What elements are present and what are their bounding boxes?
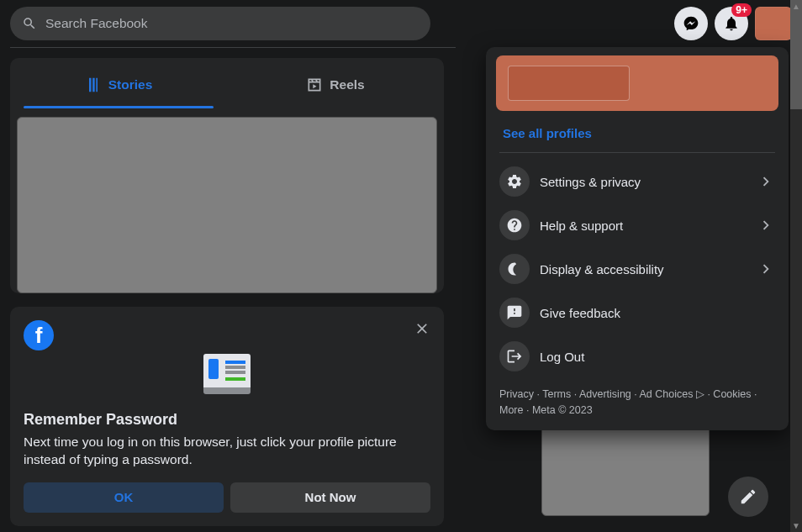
moon-icon (506, 261, 523, 277)
menu-label: Display & accessibility (540, 262, 757, 277)
account-dropdown: See all profiles Settings & privacy Help… (486, 47, 789, 430)
reels-icon (306, 76, 323, 93)
menu-label: Give feedback (540, 306, 775, 320)
tab-reels-label: Reels (330, 77, 364, 92)
see-all-profiles-link[interactable]: See all profiles (493, 118, 782, 152)
menu-help-support[interactable]: Help & support (493, 203, 782, 247)
stories-icon (85, 76, 102, 93)
scrollbar[interactable] (790, 0, 802, 532)
scroll-up-arrow[interactable]: ▲ (790, 2, 802, 11)
logout-icon (506, 348, 523, 365)
notification-badge: 9+ (731, 3, 752, 17)
menu-label: Help & support (540, 219, 757, 233)
tab-stories-label: Stories (108, 77, 153, 92)
close-button[interactable] (410, 317, 434, 340)
compose-icon (739, 487, 757, 506)
profile-name-placeholder (508, 66, 630, 101)
menu-give-feedback[interactable]: Give feedback (493, 291, 782, 334)
dropdown-divider (499, 152, 775, 153)
footer-link[interactable]: More (499, 404, 523, 416)
menu-label: Log Out (540, 350, 775, 364)
footer-link[interactable]: Privacy (499, 388, 534, 400)
menu-display-accessibility[interactable]: Display & accessibility (493, 247, 782, 291)
scroll-down-arrow[interactable]: ▼ (790, 521, 802, 530)
ok-button[interactable]: OK (24, 482, 224, 513)
close-icon (414, 320, 430, 337)
chevron-right-icon (757, 260, 775, 278)
account-avatar-button[interactable] (755, 7, 792, 40)
top-bar: 9+ (0, 0, 802, 47)
chevron-right-icon (757, 172, 775, 191)
not-now-button[interactable]: Not Now (230, 482, 430, 513)
search-field[interactable] (10, 7, 430, 40)
footer-link[interactable]: Cookies (713, 388, 751, 400)
compose-button[interactable] (728, 477, 768, 517)
bell-icon (723, 15, 740, 32)
messenger-button[interactable] (674, 7, 708, 40)
footer-copyright: Meta © 2023 (532, 404, 593, 416)
login-illustration (203, 354, 251, 394)
messenger-icon (683, 15, 699, 32)
content-placeholder (541, 424, 710, 516)
profile-card[interactable] (496, 55, 778, 111)
remember-title: Remember Password (24, 411, 430, 429)
menu-label: Settings & privacy (540, 175, 757, 189)
feedback-icon (506, 304, 523, 321)
footer-link[interactable]: Ad Choices ▷ (640, 388, 704, 400)
remember-password-card: f Remember Password Next time you log in… (10, 307, 444, 526)
search-input[interactable] (45, 16, 419, 31)
menu-log-out[interactable]: Log Out (493, 334, 782, 378)
footer-links: Privacy · Terms · Advertising · Ad Choic… (493, 378, 782, 424)
top-divider (10, 47, 456, 48)
chevron-right-icon (757, 216, 775, 234)
scrollbar-thumb[interactable] (790, 0, 802, 109)
footer-link[interactable]: Advertising (579, 388, 631, 400)
remember-body: Next time you log in on this browser, ju… (24, 434, 430, 469)
gear-icon (506, 173, 523, 190)
story-placeholder[interactable] (17, 117, 437, 293)
footer-link[interactable]: Terms (542, 388, 571, 400)
stories-reels-card: Stories Reels (10, 58, 444, 293)
tab-reels[interactable]: Reels (227, 61, 444, 108)
menu-settings-privacy[interactable]: Settings & privacy (493, 160, 782, 203)
help-icon (506, 217, 523, 234)
tab-stories[interactable]: Stories (10, 61, 227, 108)
notifications-button[interactable]: 9+ (715, 7, 748, 40)
search-icon (22, 16, 37, 31)
facebook-icon: f (24, 320, 54, 350)
